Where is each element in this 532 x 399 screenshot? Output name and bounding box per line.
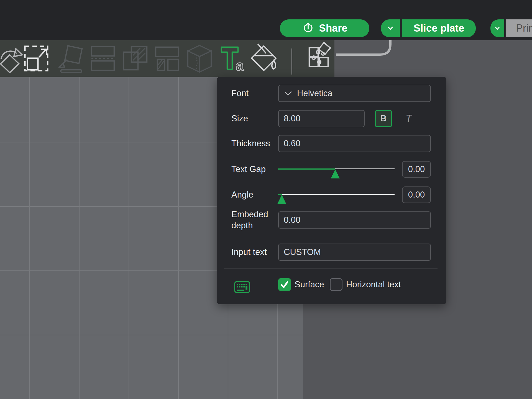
text-gap-value: 0.00 — [408, 164, 425, 174]
app-window: Share Slice plate Prin — [0, 0, 532, 399]
italic-label: T — [406, 113, 412, 124]
angle-row: Angle 0.00 — [231, 186, 431, 203]
angle-label: Angle — [231, 189, 278, 200]
angle-slider[interactable] — [278, 186, 395, 203]
share-label: Share — [319, 22, 347, 34]
text-gap-row: Text Gap 0.00 — [231, 161, 431, 178]
italic-button[interactable]: T — [404, 112, 413, 125]
text-gap-label: Text Gap — [231, 164, 278, 175]
chevron-down-icon — [284, 90, 293, 96]
horizontal-text-label: Horizontal text — [346, 280, 401, 290]
size-row: Size 8.00 B T — [231, 110, 431, 127]
surface-checkbox[interactable] — [278, 278, 291, 291]
thickness-input[interactable]: 0.60 — [278, 135, 431, 152]
thickness-value: 0.60 — [284, 139, 300, 149]
rotate-tool-icon[interactable] — [0, 44, 24, 73]
share-upload-icon — [302, 22, 314, 35]
text-gap-value-box[interactable]: 0.00 — [402, 161, 431, 178]
seam-cube-tool-icon[interactable] — [186, 43, 213, 74]
toolbar-divider — [291, 48, 292, 75]
panel-divider — [224, 268, 438, 268]
size-input[interactable]: 8.00 — [278, 110, 365, 127]
embeded-depth-label: Embeded depth — [231, 209, 278, 231]
input-text-label: Input text — [231, 247, 278, 258]
slider-track[interactable] — [278, 194, 395, 195]
scale-tool-icon[interactable] — [24, 45, 49, 73]
panel-bottom-row: Surface Horizontal text — [217, 276, 446, 295]
font-dropdown[interactable]: Helvetica — [278, 85, 431, 102]
font-label: Font — [231, 88, 278, 99]
bold-button[interactable]: B — [375, 110, 392, 127]
slice-dropdown-button[interactable] — [381, 19, 400, 37]
top-bar: Share Slice plate Prin — [0, 0, 532, 40]
font-value: Helvetica — [297, 88, 332, 98]
slice-plate-button[interactable]: Slice plate — [402, 19, 476, 37]
input-text-input[interactable]: CUSTOM — [278, 244, 431, 261]
svg-text:a: a — [236, 57, 244, 73]
chevron-down-icon — [493, 24, 502, 32]
print-dropdown-button[interactable] — [490, 19, 504, 37]
chevron-down-icon — [385, 24, 395, 32]
bold-label: B — [380, 114, 387, 124]
keyboard-icon — [234, 281, 250, 293]
surface-label: Surface — [295, 280, 324, 290]
cut-tool-icon[interactable] — [89, 45, 116, 73]
embeded-depth-value: 0.00 — [284, 215, 300, 225]
size-value: 8.00 — [284, 114, 300, 124]
thickness-label: Thickness — [231, 138, 278, 149]
input-text-row: Input text CUSTOM — [231, 244, 431, 261]
assembly-tool-icon[interactable] — [306, 42, 334, 74]
slider-fill — [278, 168, 335, 170]
angle-value: 0.00 — [408, 190, 425, 200]
text-tool-panel: Font Helvetica Size 8.00 B T Thickness — [217, 77, 446, 304]
slider-thumb[interactable] — [331, 169, 340, 178]
size-label: Size — [231, 113, 278, 124]
slice-plate-label: Slice plate — [413, 22, 464, 34]
text-tool-icon[interactable]: a — [220, 44, 246, 73]
check-icon — [280, 280, 289, 289]
angle-value-box[interactable]: 0.00 — [402, 186, 431, 203]
slider-thumb[interactable] — [277, 195, 286, 204]
thickness-row: Thickness 0.60 — [231, 135, 431, 152]
toolbar: a — [0, 40, 334, 77]
print-plate-label: Prin — [516, 22, 532, 34]
print-plate-button[interactable]: Prin — [506, 19, 532, 37]
share-button[interactable]: Share — [280, 19, 369, 37]
text-gap-slider[interactable] — [278, 161, 395, 178]
embeded-depth-input[interactable]: 0.00 — [278, 211, 431, 229]
horizontal-text-checkbox[interactable] — [330, 278, 342, 291]
support-paint-tool-icon[interactable] — [121, 44, 149, 73]
embeded-depth-row: Embeded depth 0.00 — [231, 211, 431, 229]
seam-paint-tool-icon[interactable] — [154, 44, 180, 73]
font-row: Font Helvetica — [231, 85, 431, 102]
input-text-value: CUSTOM — [284, 247, 321, 257]
flatten-tool-icon[interactable] — [57, 44, 85, 74]
color-paint-tool-icon[interactable] — [249, 42, 279, 75]
keyboard-button[interactable] — [234, 281, 250, 294]
